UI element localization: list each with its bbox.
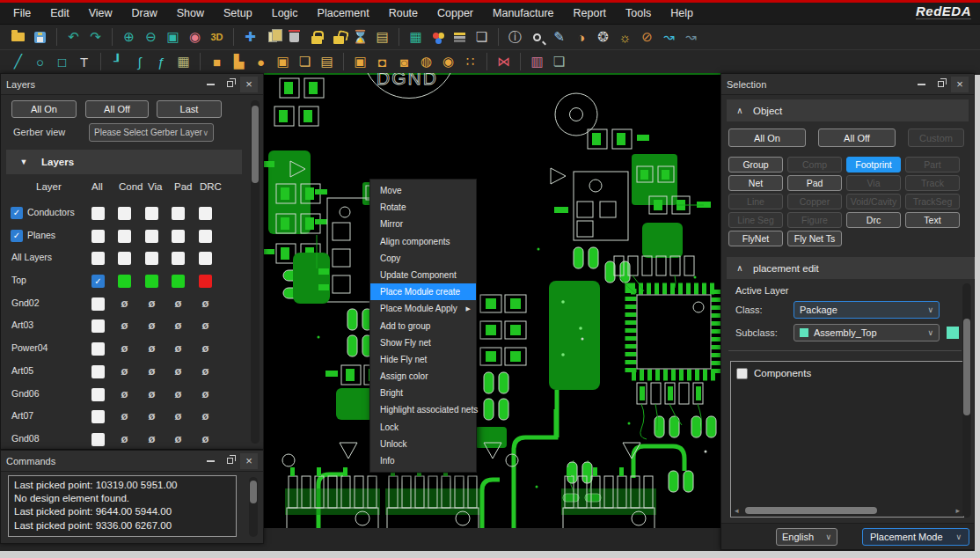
filter-via-button[interactable]: Via: [846, 175, 901, 191]
sun-gear-icon[interactable]: ☼: [615, 27, 635, 47]
measure-icon[interactable]: ✎: [549, 27, 569, 47]
pcb-canvas[interactable]: DGND: [264, 73, 720, 528]
info-icon[interactable]: ⓘ: [505, 27, 525, 47]
menu-file[interactable]: File: [4, 3, 40, 24]
layer-color-cell[interactable]: [118, 275, 131, 288]
lock-icon[interactable]: [306, 27, 326, 47]
layer-color-cell[interactable]: [172, 230, 185, 243]
menu-draw[interactable]: Draw: [122, 3, 167, 24]
menu-help[interactable]: Help: [661, 3, 703, 24]
filter-trackseg-button[interactable]: TrackSeg: [905, 194, 960, 209]
cutout-dots-icon[interactable]: ∷: [460, 52, 480, 71]
layer-color-cell[interactable]: [172, 207, 185, 220]
menu-item-align-components[interactable]: Align components: [370, 233, 476, 250]
filter-copper-button[interactable]: Copper: [787, 194, 842, 209]
unlock-icon[interactable]: [328, 27, 348, 47]
menu-item-assign-color[interactable]: Assign color: [370, 368, 476, 385]
copy-icon[interactable]: [262, 27, 282, 47]
filter-pad-button[interactable]: Pad: [787, 175, 842, 191]
mode-dropdown[interactable]: Placement Mode ∨: [862, 528, 969, 546]
minimize-icon[interactable]: [201, 453, 219, 469]
layer-color-cell[interactable]: [91, 342, 105, 356]
layers-section-header[interactable]: ▼ Layers: [6, 150, 242, 174]
cutout-dot-icon[interactable]: ◉: [438, 52, 458, 71]
save-icon[interactable]: [30, 27, 50, 47]
layers-all-off-button[interactable]: All Off: [85, 100, 149, 118]
layer-check-cell[interactable]: ✓: [91, 275, 105, 288]
layer-color-cell[interactable]: [145, 230, 158, 243]
visibility-off-icon[interactable]: ø: [145, 319, 158, 333]
restore-icon[interactable]: [932, 77, 949, 92]
visibility-off-icon[interactable]: ø: [199, 365, 212, 378]
layer-color-cell[interactable]: [199, 207, 212, 220]
menu-item-place-module-apply[interactable]: Place Module Apply▶: [370, 300, 476, 317]
menu-item-info[interactable]: Info: [370, 452, 476, 469]
layer-color-cell[interactable]: [91, 388, 105, 401]
fill-rect-icon[interactable]: ■: [207, 52, 227, 71]
draw-circle-icon[interactable]: ○: [30, 52, 50, 71]
visibility-off-icon[interactable]: ø: [118, 433, 131, 446]
menu-setup[interactable]: Setup: [214, 3, 262, 24]
menu-report[interactable]: Report: [564, 3, 617, 24]
filter-fly-net-ts-button[interactable]: Fly Net Ts: [787, 231, 842, 246]
filter-footprint-button[interactable]: Footprint: [846, 157, 901, 173]
fill-inspect-icon[interactable]: ▣: [273, 52, 293, 71]
window-grid-icon[interactable]: ❏: [549, 52, 569, 71]
layer-color-cell[interactable]: [91, 433, 105, 446]
layers-all-on-button[interactable]: All On: [11, 100, 77, 118]
components-checkbox[interactable]: [736, 368, 748, 379]
visibility-off-icon[interactable]: ø: [172, 342, 185, 356]
selection-scrollbar[interactable]: [962, 283, 971, 518]
layer-color-cell[interactable]: [91, 410, 105, 423]
components-hscrollbar[interactable]: ◂ ▸: [735, 506, 960, 515]
draw-rect-icon[interactable]: □: [52, 52, 72, 71]
cutout-lshape-icon[interactable]: ◘: [372, 52, 392, 71]
filter-void-cavity-button[interactable]: Void/Cavity: [846, 194, 901, 209]
layer-color-cell[interactable]: [91, 207, 105, 220]
layer-color-cell[interactable]: [199, 230, 212, 243]
menu-item-mirror[interactable]: Mirror: [370, 216, 476, 232]
visibility-off-icon[interactable]: ø: [199, 433, 212, 446]
layer-color-cell[interactable]: [145, 207, 158, 220]
close-icon[interactable]: ×: [240, 77, 258, 92]
command-log[interactable]: Last picked point: 10319.00 5951.00No de…: [8, 475, 237, 537]
layer-checkbox[interactable]: ✓: [11, 207, 23, 219]
visibility-off-icon[interactable]: ø: [118, 410, 131, 423]
menu-item-add-to-group[interactable]: Add to group: [370, 318, 476, 334]
filter-line-seg-button[interactable]: Line Seg: [728, 212, 783, 228]
layer-color-cell[interactable]: [91, 365, 105, 378]
visibility-off-icon[interactable]: ø: [118, 342, 131, 356]
flyline-show-icon[interactable]: ↝: [659, 27, 679, 47]
color-mix-icon[interactable]: [428, 27, 448, 47]
visibility-off-icon[interactable]: ø: [172, 365, 185, 378]
draw-function-icon[interactable]: ƒ: [151, 52, 172, 71]
menu-edit[interactable]: Edit: [40, 3, 79, 24]
filter-drc-button[interactable]: Drc: [846, 212, 901, 228]
menu-item-highlight-associated-nets[interactable]: Highlight associated nets: [370, 401, 476, 418]
layer-color-cell[interactable]: [145, 275, 158, 288]
cutout-circle-icon[interactable]: ◙: [394, 52, 414, 71]
visibility-off-icon[interactable]: ø: [118, 297, 131, 311]
zoom-out-icon[interactable]: ⊖: [141, 27, 161, 47]
visibility-off-icon[interactable]: ø: [145, 410, 158, 423]
menu-item-hide-fly-net[interactable]: Hide Fly net: [370, 351, 476, 368]
flyline-hide-icon[interactable]: ↝: [681, 27, 701, 47]
menu-item-update-component[interactable]: Update Component: [370, 267, 476, 283]
layer-color-cell[interactable]: [199, 275, 212, 288]
visibility-off-icon[interactable]: ø: [118, 319, 131, 333]
restore-icon[interactable]: [221, 453, 238, 469]
open-file-icon[interactable]: [8, 27, 28, 47]
subclass-dropdown[interactable]: Assembly_Top ∨: [794, 324, 940, 341]
filter-group-button[interactable]: Group: [728, 157, 783, 173]
report-chart-icon[interactable]: ▥: [527, 52, 547, 71]
filter-line-button[interactable]: Line: [728, 194, 783, 209]
visibility-off-icon[interactable]: ø: [145, 433, 158, 446]
delete-icon[interactable]: [284, 27, 304, 47]
visibility-off-icon[interactable]: ø: [199, 297, 212, 311]
menu-item-lock[interactable]: Lock: [370, 419, 476, 436]
minimize-icon[interactable]: [201, 77, 219, 92]
frame-icon[interactable]: ❏: [472, 27, 492, 47]
restore-icon[interactable]: [221, 77, 238, 92]
visibility-off-icon[interactable]: ø: [199, 410, 212, 423]
draw-text-icon[interactable]: T: [74, 52, 94, 71]
